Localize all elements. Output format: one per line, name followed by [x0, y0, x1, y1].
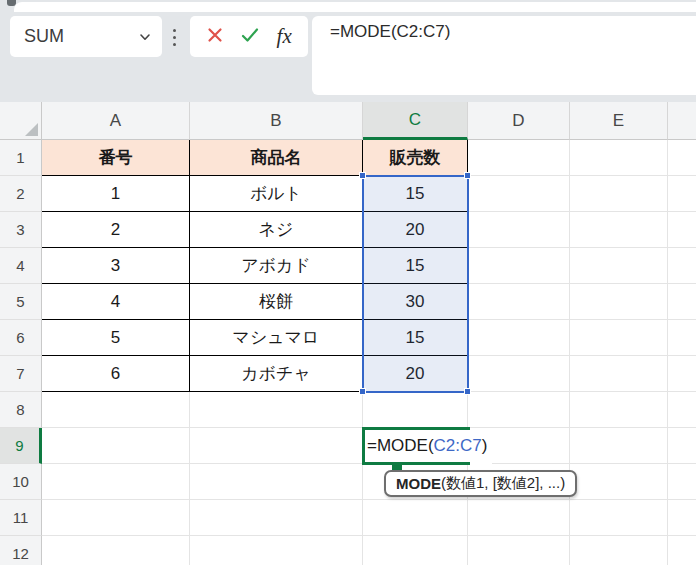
insert-function-icon[interactable]: fx	[277, 26, 292, 47]
row-header-8[interactable]: 8	[0, 392, 42, 428]
selection-handle[interactable]	[464, 172, 471, 179]
select-all-triangle-icon	[25, 123, 38, 136]
row-header-3[interactable]: 3	[0, 212, 42, 248]
formula-prefix: =MODE(	[367, 436, 434, 455]
formula-range-reference: C2:C7	[434, 436, 482, 455]
formula-suffix: )	[482, 436, 488, 455]
gridline	[569, 140, 570, 565]
row-header-12[interactable]: 12	[0, 536, 42, 565]
cell-a6[interactable]: 5	[42, 320, 190, 356]
gridline	[42, 499, 696, 500]
cell-a5[interactable]: 4	[42, 284, 190, 320]
row-header-1[interactable]: 1	[0, 140, 42, 176]
name-box[interactable]: SUM	[10, 16, 162, 57]
column-header-e[interactable]: E	[570, 102, 668, 140]
cell-b5[interactable]: 桜餅	[190, 284, 363, 320]
enter-check-icon[interactable]	[240, 26, 260, 48]
selection-handle[interactable]	[359, 172, 366, 179]
tooltip-function-name: MODE	[396, 475, 441, 492]
selection-handle[interactable]	[464, 388, 471, 395]
cell-b4[interactable]: アボカド	[190, 248, 363, 284]
row-header-9[interactable]: 9	[0, 428, 42, 464]
gridline	[667, 140, 668, 565]
row-header-4[interactable]: 4	[0, 248, 42, 284]
range-selection-c2-c7[interactable]	[362, 175, 469, 393]
function-tooltip: MODE(数値1, [数値2], ...)	[384, 470, 577, 497]
cell-c1[interactable]: 販売数	[363, 140, 468, 176]
cancel-icon[interactable]	[206, 26, 224, 48]
cell-b3[interactable]: ネジ	[190, 212, 363, 248]
tooltip-signature: (数値1, [数値2], ...)	[441, 474, 565, 493]
cell-a7[interactable]: 6	[42, 356, 190, 392]
cell-c9-edit-text[interactable]: =MODE(C2:C7)	[366, 428, 492, 464]
column-header-b[interactable]: B	[190, 102, 363, 140]
cell-b6[interactable]: マシュマロ	[190, 320, 363, 356]
cell-b1[interactable]: 商品名	[190, 140, 363, 176]
row-header-7[interactable]: 7	[0, 356, 42, 392]
toolbar-drag-dots-icon[interactable]	[173, 29, 176, 46]
cell-b2[interactable]: ボルト	[190, 176, 363, 212]
excel-window: SUM fx =MODE(C2:C7) A B C D E 1 2 3 4 5 …	[0, 0, 696, 565]
row-header-11[interactable]: 11	[0, 500, 42, 536]
row-header-2[interactable]: 2	[0, 176, 42, 212]
ribbon-bottom-edge	[14, 2, 696, 12]
selection-handle[interactable]	[359, 388, 366, 395]
row-header-5[interactable]: 5	[0, 284, 42, 320]
cell-a2[interactable]: 1	[42, 176, 190, 212]
column-header-d[interactable]: D	[468, 102, 570, 140]
cell-a1[interactable]: 番号	[42, 140, 190, 176]
row-header-10[interactable]: 10	[0, 464, 42, 500]
formula-bar-input[interactable]: =MODE(C2:C7)	[312, 16, 696, 95]
column-header-a[interactable]: A	[42, 102, 190, 140]
select-all-corner[interactable]	[0, 102, 42, 140]
column-header-f-partial[interactable]	[668, 102, 696, 140]
gridline	[42, 535, 696, 536]
row-header-6[interactable]: 6	[0, 320, 42, 356]
cell-a4[interactable]: 3	[42, 248, 190, 284]
chevron-down-icon[interactable]	[139, 31, 150, 42]
column-header-c[interactable]: C	[363, 102, 468, 140]
fill-handle[interactable]	[392, 462, 402, 470]
cell-b7[interactable]: カボチャ	[190, 356, 363, 392]
cell-a3[interactable]: 2	[42, 212, 190, 248]
formula-buttons: fx	[190, 16, 308, 57]
formula-toolbar: SUM fx =MODE(C2:C7)	[0, 0, 696, 102]
name-box-value: SUM	[24, 26, 139, 47]
